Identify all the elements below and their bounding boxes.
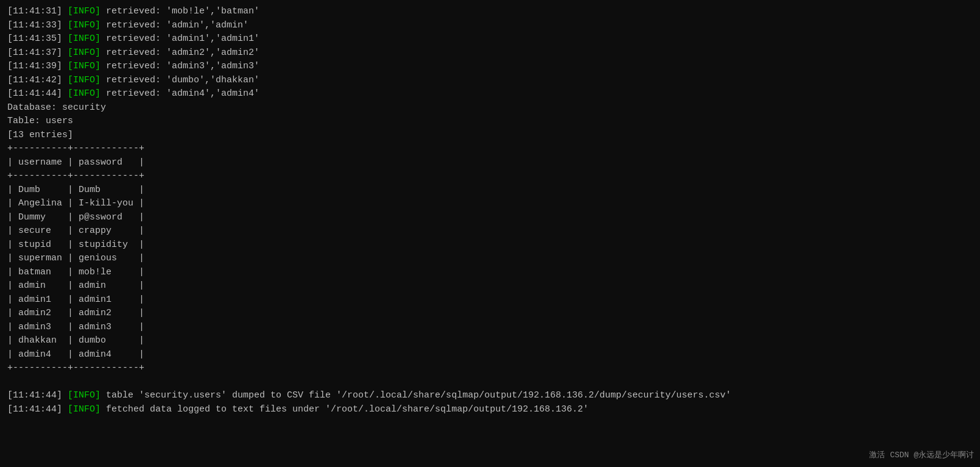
terminal-output: [11:41:31] [INFO] retrieved: 'mob!le','b… (7, 5, 973, 416)
timestamp-1: [11:41:33] (7, 19, 62, 33)
table-header-line: | username | password | (7, 156, 973, 170)
blank-line (7, 376, 973, 390)
level-6: [INFO] (62, 87, 100, 101)
table-row-7: | admin | admin | (7, 279, 973, 293)
log-line-5: [11:41:42] [INFO] retrieved: 'dumbo','dh… (7, 74, 973, 88)
table-name-line: Table: users (7, 115, 973, 129)
timestamp-0: [11:41:31] (7, 5, 62, 19)
row-username-1: | Angelina | I-kill-you | (7, 197, 144, 211)
row-username-7: | admin | admin | (7, 279, 144, 293)
row-username-12: | admin4 | admin4 | (7, 348, 144, 362)
row-username-6: | batman | mob!le | (7, 266, 144, 280)
level-2: [INFO] (62, 32, 100, 46)
row-username-4: | stupid | stupidity | (7, 238, 144, 252)
log-text-2: retrieved: 'admin1','admin1' (100, 32, 259, 46)
log-line-2: [11:41:35] [INFO] retrieved: 'admin1','a… (7, 32, 973, 46)
timestamp-3: [11:41:37] (7, 46, 62, 60)
table-row-10: | admin3 | admin3 | (7, 321, 973, 335)
log-text-0: retrieved: 'mob!le','batman' (100, 5, 259, 19)
timestamp-5: [11:41:42] (7, 74, 62, 88)
timestamp-4: [11:41:39] (7, 60, 62, 74)
table-row-4: | stupid | stupidity | (7, 238, 973, 252)
table-row-2: | Dummy | p@ssword | (7, 211, 973, 225)
table-row-6: | batman | mob!le | (7, 266, 973, 280)
db-name-line: Database: security (7, 101, 973, 115)
footer-text-0: table 'security.users' dumped to CSV fil… (100, 389, 731, 403)
footer-log-line-0: [11:41:44] [INFO] table 'security.users'… (7, 389, 973, 403)
table-row-5: | superman | genious | (7, 252, 973, 266)
watermark-text: CSDN @永远是少年啊讨 (890, 451, 974, 460)
table-row-12: | admin4 | admin4 | (7, 348, 973, 362)
table-row-11: | dhakkan | dumbo | (7, 334, 973, 348)
log-line-0: [11:41:31] [INFO] retrieved: 'mob!le','b… (7, 5, 973, 19)
timestamp-2: [11:41:35] (7, 32, 62, 46)
timestamp-6: [11:41:44] (7, 87, 62, 101)
entries-count-line: [13 entries] (7, 129, 973, 143)
table-name-text: Table: users (7, 115, 73, 129)
level-5: [INFO] (62, 74, 100, 88)
table-row-1: | Angelina | I-kill-you | (7, 197, 973, 211)
row-username-0: | Dumb | Dumb | (7, 184, 144, 198)
row-username-9: | admin2 | admin2 | (7, 307, 144, 321)
footer-level-0: [INFO] (62, 389, 100, 403)
row-username-2: | Dummy | p@ssword | (7, 211, 144, 225)
log-text-3: retrieved: 'admin2','admin2' (100, 46, 259, 60)
row-username-8: | admin1 | admin1 | (7, 293, 144, 307)
watermark-icon: 激活 (869, 451, 885, 460)
footer-text-1: fetched data logged to text files under … (100, 403, 588, 417)
log-text-4: retrieved: 'admin3','admin3' (100, 60, 259, 74)
footer-timestamp-1: [11:41:44] (7, 403, 62, 417)
db-name-text: Database: security (7, 101, 106, 115)
table-row-9: | admin2 | admin2 | (7, 307, 973, 321)
log-line-6: [11:41:44] [INFO] retrieved: 'admin4','a… (7, 87, 973, 101)
row-username-11: | dhakkan | dumbo | (7, 334, 144, 348)
table-separator-mid: +----------+------------+ (7, 169, 973, 184)
row-username-10: | admin3 | admin3 | (7, 321, 144, 335)
level-3: [INFO] (62, 46, 100, 60)
log-line-3: [11:41:37] [INFO] retrieved: 'admin2','a… (7, 46, 973, 60)
row-username-3: | secure | crappy | (7, 224, 144, 238)
footer-timestamp-0: [11:41:44] (7, 389, 62, 403)
row-username-5: | superman | genious | (7, 252, 144, 266)
footer-log-line-1: [11:41:44] [INFO] fetched data logged to… (7, 403, 973, 417)
footer-level-1: [INFO] (62, 403, 100, 417)
watermark: 激活 CSDN @永远是少年啊讨 (869, 449, 974, 462)
table-row-8: | admin1 | admin1 | (7, 293, 973, 307)
entries-count-text: [13 entries] (7, 129, 73, 143)
level-1: [INFO] (62, 19, 100, 33)
log-text-1: retrieved: 'admin','admin' (100, 19, 249, 33)
level-4: [INFO] (62, 60, 100, 74)
log-line-1: [11:41:33] [INFO] retrieved: 'admin','ad… (7, 19, 973, 33)
table-row-3: | secure | crappy | (7, 224, 973, 238)
table-separator-bottom: +----------+------------+ (7, 362, 973, 376)
log-text-5: retrieved: 'dumbo','dhakkan' (100, 74, 259, 88)
log-text-6: retrieved: 'admin4','admin4' (100, 87, 259, 101)
table-separator-top: +----------+------------+ (7, 142, 973, 156)
table-row-0: | Dumb | Dumb | (7, 184, 973, 198)
level-0: [INFO] (62, 5, 100, 19)
log-line-4: [11:41:39] [INFO] retrieved: 'admin3','a… (7, 60, 973, 74)
